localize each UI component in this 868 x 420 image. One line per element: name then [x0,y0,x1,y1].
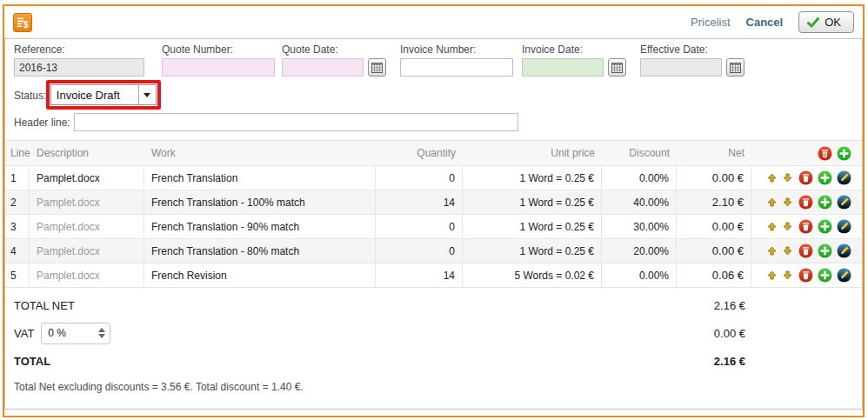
edit-line-icon[interactable] [837,219,851,234]
ok-button-label: OK [825,16,841,29]
add-line-icon[interactable] [818,243,832,258]
cell-description: Pamplet.docx [30,263,144,287]
effective-date-label: Effective Date: [640,43,744,56]
delete-all-lines-icon[interactable] [818,146,832,161]
delete-line-icon[interactable] [798,268,813,283]
move-up-icon[interactable] [767,222,777,231]
cell-work: French Translation - 90% match [144,215,376,238]
cell-quantity: 0 [376,239,463,263]
move-up-icon[interactable] [767,246,777,256]
ok-button[interactable]: OK [798,11,854,33]
quote-date-label: Quote Date: [282,43,386,56]
cell-discount: 40.00% [602,190,677,214]
cell-work: French Revision [144,263,376,287]
invoice-editor-window: $ Pricelist Cancel OK Reference: Quot [3,4,865,417]
cell-discount: 20.00% [602,239,677,263]
cancel-link[interactable]: Cancel [746,16,784,29]
cell-net: 0.00 € [677,166,751,190]
move-down-icon[interactable] [783,173,792,183]
spinner-arrows-icon[interactable] [94,328,110,338]
add-line-icon[interactable] [837,146,851,161]
move-down-icon[interactable] [783,246,792,256]
move-down-icon[interactable] [783,270,792,280]
vat-amount: 0.00 € [641,327,745,340]
cell-line: 4 [5,239,30,263]
move-down-icon[interactable] [783,197,792,207]
add-line-icon[interactable] [818,170,832,185]
vat-value: 0 % [42,327,94,339]
vat-spinner[interactable]: 0 % [41,323,110,344]
total-value: 2.16 € [641,355,745,368]
cell-discount: 0.00% [602,263,677,287]
total-net-value: 2.16 € [641,299,745,312]
col-header-work: Work [144,141,376,165]
edit-line-icon[interactable] [837,243,851,258]
check-icon [807,17,819,28]
col-header-quantity: Quantity [376,141,463,165]
chevron-down-icon [138,85,156,104]
reference-label: Reference: [14,43,144,56]
effective-date-calendar-icon[interactable] [726,58,744,77]
col-header-unit-price: Unit price [463,141,602,165]
edit-line-icon[interactable] [837,268,851,283]
status-select[interactable]: Invoice Draft [50,84,157,105]
total-label: TOTAL [14,355,50,368]
cell-line: 1 [5,166,30,190]
edit-line-icon[interactable] [837,170,851,185]
totals-section: TOTAL NET 2.16 € VAT 0 % 0.00 € TOTAL 2.… [5,291,862,399]
header-line-label: Header line: [14,117,70,129]
table-row: 5 Pamplet.docx French Revision 14 5 Word… [5,263,862,287]
header-line-input[interactable] [74,113,518,131]
pricelist-link[interactable]: Pricelist [691,16,731,29]
invoice-date-calendar-icon[interactable] [608,58,626,77]
invoice-form-panel: Reference: Quote Number: Quote Date: [4,38,863,410]
table-row: 3 Pamplet.docx French Translation - 90% … [5,214,862,238]
quote-number-input[interactable] [162,58,275,77]
invoice-date-input[interactable] [522,58,604,77]
move-up-icon[interactable] [767,270,777,280]
cell-line: 2 [5,190,30,214]
svg-text:$: $ [23,20,29,30]
add-line-icon[interactable] [818,195,832,210]
cell-quantity: 0 [376,215,463,238]
col-header-description: Description [30,141,144,165]
quote-date-input[interactable] [282,58,364,77]
col-header-line: Line [5,141,30,165]
add-line-icon[interactable] [818,268,832,283]
invoice-document-icon: $ [13,13,32,32]
invoice-number-label: Invoice Number: [400,43,513,56]
invoice-lines-table: Line Description Work Quantity Unit pric… [5,140,862,288]
reference-input[interactable] [14,58,144,77]
quote-number-label: Quote Number: [162,43,275,56]
delete-line-icon[interactable] [798,170,813,185]
quote-date-calendar-icon[interactable] [368,58,386,77]
cell-quantity: 14 [376,190,463,214]
cell-net: 0.00 € [677,239,751,263]
cell-net: 0.06 € [677,263,751,287]
cell-unit-price: 1 Word = 0.25 € [463,166,602,190]
cell-unit-price: 1 Word = 0.25 € [463,190,602,214]
effective-date-input[interactable] [640,58,722,77]
add-line-icon[interactable] [818,219,832,234]
delete-line-icon[interactable] [798,243,813,258]
table-header-row: Line Description Work Quantity Unit pric… [5,141,862,165]
move-up-icon[interactable] [767,197,777,207]
table-row: 2 Pamplet.docx French Translation - 100%… [5,190,862,214]
delete-line-icon[interactable] [798,195,813,210]
toolbar: $ Pricelist Cancel OK [4,6,863,38]
move-up-icon[interactable] [767,173,777,183]
cell-unit-price: 1 Word = 0.25 € [463,215,602,238]
cell-work: French Translation [144,166,376,190]
cell-quantity: 14 [376,263,463,287]
invoice-number-input[interactable] [400,58,513,77]
cell-quantity: 0 [376,166,463,190]
cell-description: Pamplet.docx [30,190,144,214]
edit-line-icon[interactable] [837,195,851,210]
delete-line-icon[interactable] [798,219,813,234]
cell-line: 5 [5,263,30,287]
col-header-discount: Discount [602,141,677,165]
status-label: Status: [14,90,46,102]
move-down-icon[interactable] [783,222,792,231]
cell-description: Pamplet.docx [30,239,144,263]
cell-discount: 0.00% [602,166,677,190]
